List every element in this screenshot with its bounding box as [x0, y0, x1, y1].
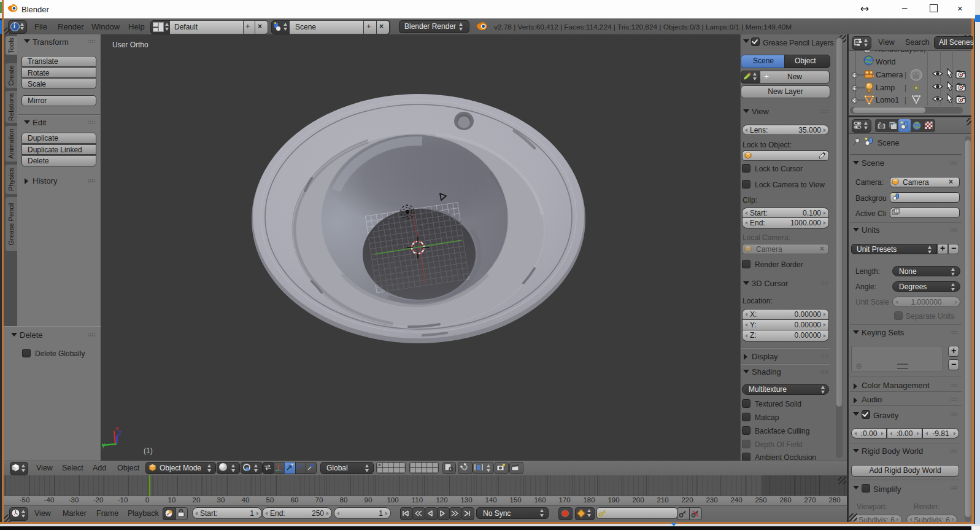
svg-text:y: y — [102, 441, 106, 448]
svg-text:z: z — [118, 429, 122, 436]
